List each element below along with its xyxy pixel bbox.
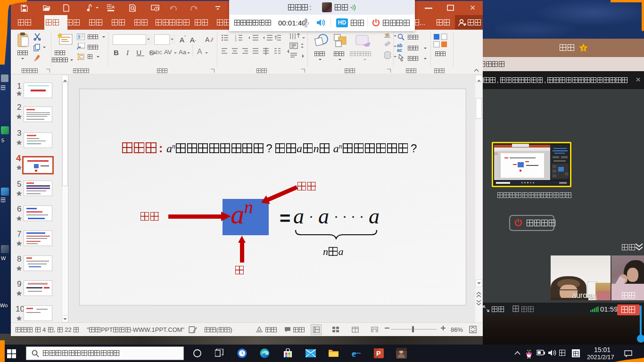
svg-text:z: z bbox=[582, 45, 585, 50]
svg-text:3: 3 bbox=[235, 39, 237, 42]
svg-text:A: A bbox=[205, 36, 210, 43]
svg-text:P: P bbox=[376, 350, 380, 357]
